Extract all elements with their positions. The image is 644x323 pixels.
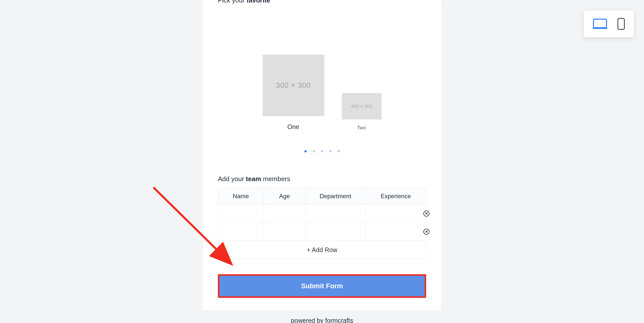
remove-row-icon[interactable]: ✕ bbox=[423, 211, 429, 217]
cell-name[interactable] bbox=[218, 205, 264, 222]
add-row-label[interactable]: + Add Row bbox=[218, 241, 426, 259]
submit-wrapper: Submit Form bbox=[203, 259, 441, 310]
submit-button[interactable]: Submit Form bbox=[219, 276, 425, 296]
cell-name[interactable] bbox=[218, 223, 264, 240]
team-label-prefix: Add your bbox=[218, 175, 246, 183]
col-name: Name bbox=[218, 188, 264, 205]
favorite-label: Pick your favorite bbox=[203, 0, 441, 4]
team-label-suffix: members bbox=[261, 175, 290, 183]
remove-row-icon[interactable]: ✕ bbox=[423, 229, 429, 235]
placeholder-text: 300 × 300 bbox=[276, 81, 311, 90]
powered-by: powered by formcrafts bbox=[203, 317, 441, 323]
cell-department[interactable] bbox=[305, 223, 366, 240]
desktop-icon[interactable] bbox=[593, 18, 607, 29]
carousel-dots bbox=[203, 150, 441, 152]
team-section: Add your team members Name Age Departmen… bbox=[203, 175, 441, 259]
carousel-item-two[interactable]: 450 × 300 Two bbox=[342, 93, 382, 131]
svg-rect-1 bbox=[593, 28, 607, 29]
cell-department[interactable] bbox=[305, 205, 366, 222]
device-toggle bbox=[584, 11, 634, 37]
dot-3[interactable] bbox=[321, 150, 323, 152]
svg-rect-2 bbox=[618, 18, 624, 29]
table-header-row: Name Age Department Experience bbox=[218, 188, 426, 205]
cell-experience[interactable] bbox=[366, 223, 426, 240]
mobile-icon[interactable] bbox=[617, 18, 625, 30]
placeholder-image: 300 × 300 bbox=[263, 55, 324, 116]
dot-5[interactable] bbox=[338, 150, 340, 152]
cell-age[interactable] bbox=[264, 205, 305, 222]
col-age: Age bbox=[264, 188, 305, 205]
table-row: ✕ bbox=[218, 205, 426, 223]
team-label-bold: team bbox=[246, 175, 261, 183]
team-table: Name Age Department Experience ✕ bbox=[218, 188, 426, 259]
dot-4[interactable] bbox=[329, 150, 332, 152]
submit-highlight-annotation: Submit Form bbox=[218, 274, 426, 298]
favorite-label-prefix: Pick your bbox=[218, 0, 247, 4]
placeholder-image: 450 × 300 bbox=[342, 93, 382, 119]
carousel-caption: One bbox=[287, 123, 299, 131]
col-experience: Experience bbox=[366, 188, 426, 205]
carousel-caption: Two bbox=[357, 125, 366, 131]
col-department: Department bbox=[305, 188, 366, 205]
table-row: ✕ bbox=[218, 223, 426, 241]
favorite-label-bold: favorite bbox=[247, 0, 270, 4]
powered-link[interactable]: formcrafts bbox=[325, 317, 353, 323]
form-card: Pick your favorite 300 × 300 One 450 × 3… bbox=[203, 0, 441, 310]
team-label: Add your team members bbox=[218, 175, 426, 183]
dot-2[interactable] bbox=[313, 150, 315, 152]
cell-experience[interactable] bbox=[366, 205, 426, 222]
cell-age[interactable] bbox=[264, 223, 305, 240]
powered-prefix: powered by bbox=[291, 317, 325, 323]
favorite-carousel: 300 × 300 One 450 × 300 Two bbox=[203, 4, 441, 131]
carousel-item-one[interactable]: 300 × 300 One bbox=[263, 55, 324, 131]
svg-rect-0 bbox=[593, 19, 607, 28]
dot-1[interactable] bbox=[304, 150, 307, 152]
placeholder-text: 450 × 300 bbox=[351, 104, 372, 109]
add-row[interactable]: + Add Row bbox=[218, 241, 426, 259]
